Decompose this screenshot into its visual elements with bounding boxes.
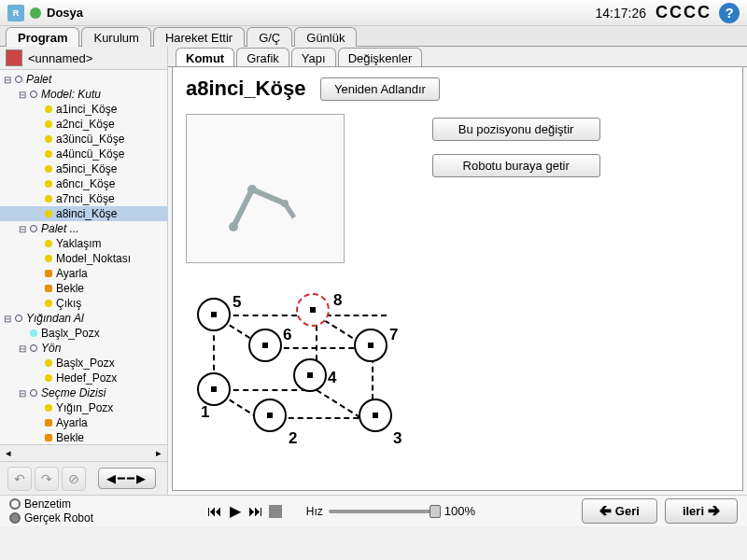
speed-value: 100% xyxy=(444,504,475,518)
corner-node-2 xyxy=(253,399,287,432)
tree-item[interactable]: a8inci_Köşe xyxy=(0,206,167,221)
sub-tabs: KomutGrafikYapıDeğişkenler xyxy=(168,47,747,67)
robot-arm-icon xyxy=(224,171,308,236)
tree-item[interactable]: ⊟Palet xyxy=(0,72,167,87)
sub-tab-yapı[interactable]: Yapı xyxy=(291,48,336,67)
corner-node-1 xyxy=(197,372,231,406)
next-button[interactable]: ileri 🡲 xyxy=(665,498,738,524)
speed-label: Hız xyxy=(306,505,323,518)
sidebar: <unnamed> ⊟Palet⊟Model: Kutua1inci_Köşea… xyxy=(0,47,168,495)
save-icon[interactable] xyxy=(6,49,22,66)
svg-point-3 xyxy=(229,222,238,231)
corner-node-8 xyxy=(296,293,330,327)
corner-node-6 xyxy=(248,329,282,362)
tree-item[interactable]: a7nci_Köşe xyxy=(0,191,167,206)
svg-line-0 xyxy=(233,189,252,227)
corner-label-3: 3 xyxy=(393,429,402,448)
corner-label-6: 6 xyxy=(283,326,291,344)
tree-item[interactable]: a1inci_Köşe xyxy=(0,102,167,117)
corner-node-5 xyxy=(197,298,231,331)
delete-button[interactable]: ⊘ xyxy=(62,467,86,491)
forward-button[interactable]: ⏭ xyxy=(247,503,265,520)
svg-point-5 xyxy=(281,200,289,207)
tree-item[interactable]: a2nci_Köşe xyxy=(0,117,167,132)
tree-item[interactable]: ⊟Model: Kutu xyxy=(0,87,167,102)
corner-label-5: 5 xyxy=(233,293,241,312)
filename: <unnamed> xyxy=(28,51,92,65)
footer: Benzetim Gerçek Robot ⏮ ▶ ⏭ Hız 100% 🡰 G… xyxy=(0,495,747,526)
tree-item[interactable]: Bekle xyxy=(0,281,167,296)
simulation-mode[interactable]: Benzetim xyxy=(9,497,93,511)
main-tab-kurulum[interactable]: Kurulum xyxy=(81,27,150,47)
speed-slider[interactable] xyxy=(329,510,441,513)
tree-item[interactable]: ⊟Palet ... xyxy=(0,221,167,236)
move-node-control[interactable]: ◀━━▶ xyxy=(98,468,156,489)
box-corner-diagram: 5 8 6 7 1 4 2 3 xyxy=(186,282,466,450)
transport-controls: ⏮ ▶ ⏭ xyxy=(205,502,282,520)
corner-label-7: 7 xyxy=(389,326,398,344)
tree-scrollbar[interactable]: ◂▸ xyxy=(0,444,167,461)
tree-item[interactable]: Başlx_Pozx xyxy=(0,326,167,341)
tree-item[interactable]: a6ncı_Köşe xyxy=(0,176,167,191)
tree-item[interactable]: Başlx_Pozx xyxy=(0,356,167,371)
clock: 14:17:26 xyxy=(596,6,647,21)
play-button[interactable]: ▶ xyxy=(228,502,243,520)
node-heading: a8inci_Köşe xyxy=(186,77,305,101)
svg-line-1 xyxy=(252,189,285,203)
tree-item[interactable]: Ayarla xyxy=(0,266,167,281)
stop-button[interactable] xyxy=(269,505,282,518)
redo-button[interactable]: ↷ xyxy=(35,467,59,491)
tree-item[interactable]: Bekle xyxy=(0,430,167,444)
undo-button[interactable]: ↶ xyxy=(7,467,32,491)
main-tab-g/ç[interactable]: G/Ç xyxy=(247,27,292,47)
corner-node-3 xyxy=(359,399,392,432)
main-tab-program[interactable]: Program xyxy=(6,27,79,47)
tree-item[interactable]: Model_Noktası xyxy=(0,251,167,266)
status-letters: CCCC xyxy=(655,3,712,22)
tree-item[interactable]: a4üncü_Köşe xyxy=(0,147,167,161)
main-tabs: ProgramKurulumHareket EttirG/ÇGünlük xyxy=(0,26,747,47)
tree-item[interactable]: Yaklaşım xyxy=(0,236,167,251)
tree-item[interactable]: Ayarla xyxy=(0,415,167,430)
main-tab-günlük[interactable]: Günlük xyxy=(294,27,357,47)
robot-preview xyxy=(186,114,345,263)
rename-button[interactable]: Yeniden Adlandır xyxy=(320,77,440,101)
tree-item[interactable]: ⊟Yığından Al xyxy=(0,311,167,326)
back-button[interactable]: 🡰 Geri xyxy=(582,498,657,524)
corner-label-1: 1 xyxy=(201,403,209,422)
file-row: <unnamed> xyxy=(0,47,167,70)
app-logo-icon: R xyxy=(7,5,24,21)
window-title: Dosya xyxy=(47,6,83,20)
corner-node-4 xyxy=(293,358,327,392)
titlebar: R Dosya 14:17:26 CCCC ? xyxy=(0,0,747,26)
rewind-button[interactable]: ⏮ xyxy=(205,503,224,520)
change-position-button[interactable]: Bu pozisyonu değiştir xyxy=(432,118,600,141)
corner-label-2: 2 xyxy=(289,429,297,448)
program-tree[interactable]: ⊟Palet⊟Model: Kutua1inci_Köşea2nci_Köşea… xyxy=(0,70,167,444)
tree-item[interactable]: ⊟Yön xyxy=(0,341,167,356)
corner-label-8: 8 xyxy=(333,291,342,310)
status-dot-icon xyxy=(30,7,41,19)
sub-tab-komut[interactable]: Komut xyxy=(176,48,234,67)
real-robot-mode[interactable]: Gerçek Robot xyxy=(9,511,93,525)
help-button[interactable]: ? xyxy=(719,3,740,23)
tree-item[interactable]: Yığın_Pozx xyxy=(0,400,167,415)
sub-tab-değişkenler[interactable]: Değişkenler xyxy=(338,48,423,67)
svg-point-4 xyxy=(247,185,257,194)
sub-tab-grafik[interactable]: Grafik xyxy=(236,48,289,67)
corner-node-7 xyxy=(354,329,388,362)
tree-item[interactable]: Çıkış xyxy=(0,296,167,311)
edit-toolbar: ↶ ↷ ⊘ ◀━━▶ xyxy=(0,461,167,495)
tree-item[interactable]: ⊟Seçme Dizisi xyxy=(0,385,167,400)
tree-item[interactable]: a5inci_Köşe xyxy=(0,161,167,176)
tree-item[interactable]: Hedef_Pozx xyxy=(0,371,167,385)
command-panel: a8inci_Köşe Yeniden Adlandır Bu pozisyon… xyxy=(172,66,743,491)
main-tab-hareket ettir[interactable]: Hareket Ettir xyxy=(153,27,245,47)
move-robot-here-button[interactable]: Robotu buraya getir xyxy=(432,154,600,177)
tree-item[interactable]: a3üncü_Köşe xyxy=(0,132,167,147)
corner-label-4: 4 xyxy=(328,369,336,387)
